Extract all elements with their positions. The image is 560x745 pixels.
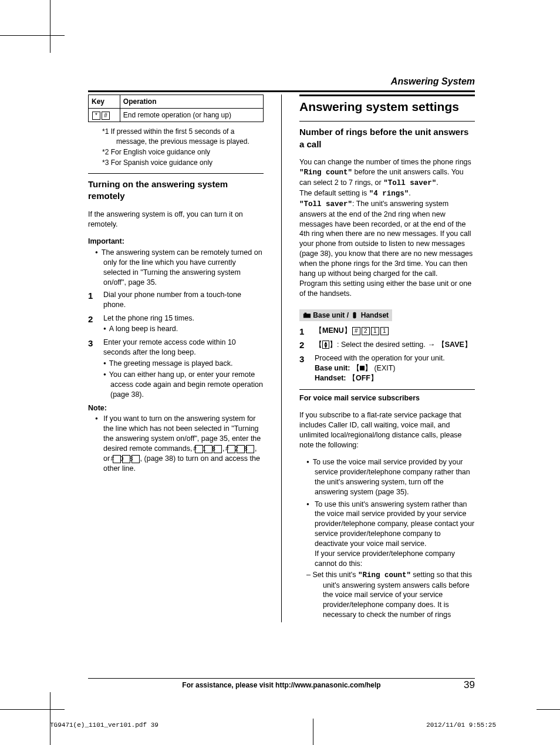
arrow-icon: →: [427, 340, 435, 349]
exit-text: (EXIT): [372, 364, 396, 372]
svg-rect-2: [353, 312, 356, 318]
key-1-icon: 1: [380, 327, 389, 335]
ring-count-para: You can change the number of times the p…: [299, 157, 475, 298]
column-divider: [281, 95, 282, 622]
rule: [299, 121, 475, 122]
step-2-text: Let the phone ring 15 times.: [103, 314, 194, 322]
voicemail-heading: For voice mail service subscribers: [299, 393, 475, 403]
key-hash-icon: #: [102, 112, 110, 120]
main-heading: Answering system settings: [299, 99, 475, 115]
rule: [88, 173, 264, 174]
vm-dash-list: Set this unit's "Ring count" setting so …: [315, 570, 475, 620]
default-value: "4 rings": [369, 190, 409, 198]
important-list: The answering system can be remotely tur…: [88, 248, 264, 288]
operation-cell: End remote operation (or hang up): [120, 109, 263, 122]
voicemail-bullets: To use the voice mail service provided b…: [299, 457, 475, 620]
manual-page: Answering System Key Operation *# End re…: [0, 0, 560, 745]
key-hash-icon: #: [195, 445, 203, 453]
rule: [88, 90, 475, 92]
text: To use this unit's answering system rath…: [315, 500, 474, 548]
steps-list: Dial your phone number from a touch-tone…: [88, 290, 264, 400]
chapter-title: Answering System: [88, 76, 475, 87]
crop-mark: [50, 0, 50, 53]
text: You can change the number of times the p…: [299, 158, 471, 166]
key-8-icon: 8: [214, 445, 222, 453]
vm-dash-item: Set this unit's "Ring count" setting so …: [323, 570, 475, 620]
ring-count-token: "Ring count": [358, 571, 411, 579]
key-1-icon: 1: [204, 445, 212, 453]
key-hash-icon: #: [227, 445, 235, 453]
key-star-icon: *: [92, 112, 100, 120]
text: .: [436, 178, 438, 187]
base-unit-label: Base unit:: [315, 364, 352, 372]
footnote-1: *1 If pressed within the first 5 seconds…: [102, 127, 264, 146]
text: The default setting is: [299, 189, 369, 197]
print-info: TG9471(e)_1101_ver101.pdf 39 2012/11/01 …: [50, 722, 496, 729]
table-header-key: Key: [89, 95, 120, 109]
text: Set this unit's: [312, 571, 357, 579]
text: If your service provider/telephone compa…: [315, 550, 455, 568]
step-3-text: Enter your remote access code within 10 …: [103, 338, 236, 356]
right-subheading: Number of rings before the unit answers …: [299, 126, 475, 150]
settings-step-1: 【MENU】#211: [299, 326, 475, 336]
left-column: Key Operation *# End remote operation (o…: [88, 95, 264, 622]
crop-mark: [537, 709, 560, 710]
vm-bullet-1: To use the voice mail service provided b…: [306, 457, 475, 497]
key-hash-icon: #: [113, 455, 121, 463]
menu-button-label: MENU: [322, 326, 344, 335]
key-operation-table: Key Operation *# End remote operation (o…: [88, 95, 264, 122]
footnotes: *1 If pressed within the first 5 seconds…: [88, 127, 264, 167]
key-cell: *#: [89, 109, 120, 122]
columns: Key Operation *# End remote operation (o…: [88, 95, 475, 622]
table-row: *# End remote operation (or hang up): [89, 109, 264, 122]
note-label: Note:: [88, 403, 264, 413]
key-1-icon: 1: [371, 327, 379, 335]
text: .: [409, 189, 410, 197]
footer-text: For assistance, please visit http://www.…: [88, 681, 475, 689]
intro-text: If the answering system is off, you can …: [88, 210, 264, 230]
ring-count-token: "Ring count": [299, 168, 352, 177]
rule: [299, 389, 475, 390]
base-unit-text: Base unit /: [313, 311, 349, 319]
off-button-label: OFF: [356, 374, 370, 382]
navigator-icon: ▲▼: [322, 341, 329, 349]
svg-rect-0: [303, 313, 311, 318]
rule: [299, 95, 475, 96]
base-unit-icon: [303, 312, 311, 319]
handset-text: Handset: [361, 311, 389, 319]
text: : Select the desired setting.: [337, 341, 427, 349]
footer: For assistance, please visit http://www.…: [88, 678, 475, 689]
footnote-3: *3 For Spanish voice guidance only: [102, 158, 264, 167]
crop-mark: [0, 709, 65, 710]
handset-icon: [350, 312, 359, 319]
svg-rect-1: [305, 313, 307, 315]
crop-mark: [50, 692, 50, 745]
step-1: Dial your phone number from a touch-tone…: [88, 290, 264, 310]
page-number: 39: [464, 679, 475, 691]
crop-mark: [0, 35, 65, 36]
footnote-2: *2 For English voice guidance only: [102, 147, 264, 157]
text: Proceed with the operation for your unit…: [315, 354, 445, 362]
save-button-label: SAVE: [445, 341, 464, 349]
key-2-icon: 2: [237, 445, 245, 453]
step-2-sub: A long beep is heard.: [103, 324, 264, 334]
note-bullet: If you want to turn on the answering sys…: [95, 414, 264, 473]
right-column: Answering system settings Number of ring…: [299, 95, 475, 622]
left-subheading: Turning on the answering system remotely: [88, 178, 264, 203]
key-hash-icon: #: [352, 327, 360, 335]
vm-bullet-2: To use this unit's answering system rath…: [306, 500, 475, 621]
important-bullet: The answering system can be remotely tur…: [95, 248, 264, 288]
toll-saver-label: "Toll saver": [299, 200, 352, 208]
device-label: Base unit / Handset: [299, 309, 392, 321]
note-list: If you want to turn on the answering sys…: [88, 414, 264, 473]
important-label: Important:: [88, 237, 264, 247]
print-file: TG9471(e)_1101_ver101.pdf 39: [50, 722, 158, 729]
stop-icon: [360, 366, 365, 370]
key-8-icon: 8: [131, 455, 140, 463]
step-3-sub: The greeting message is played back. You…: [103, 359, 264, 400]
print-timestamp: 2012/11/01 9:55:25: [426, 722, 496, 729]
key-0-icon: 0: [122, 455, 130, 463]
content-area: Answering System Key Operation *# End re…: [88, 76, 475, 675]
settings-step-3: Proceed with the operation for your unit…: [299, 353, 475, 383]
step-3-sub-1: The greeting message is played back.: [103, 359, 264, 369]
